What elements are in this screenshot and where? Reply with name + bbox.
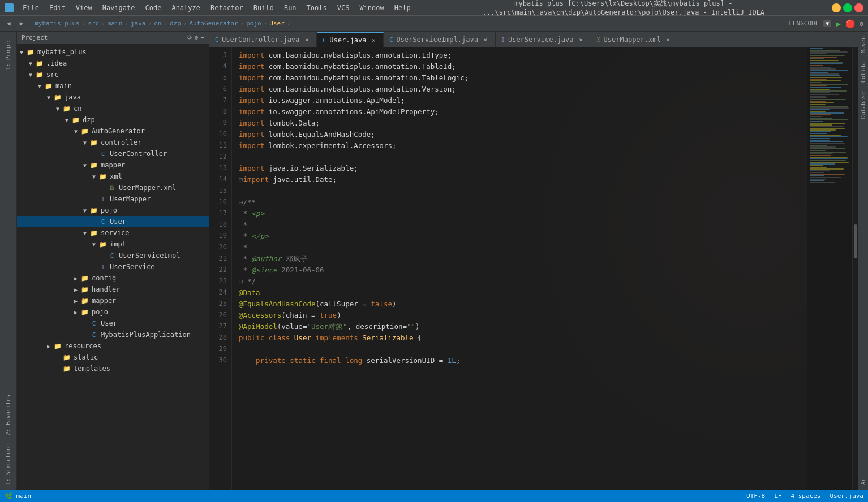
- art-panel[interactable]: Art: [859, 470, 867, 490]
- breadcrumb-main[interactable]: main: [108, 20, 123, 27]
- tree-item[interactable]: ▼ 📁 dzp: [17, 114, 209, 126]
- minimize-panel-icon[interactable]: −: [200, 34, 204, 41]
- tree-item[interactable]: ▼ 📁 .idea: [17, 58, 209, 69]
- sync-icon[interactable]: ⟳: [187, 34, 192, 41]
- menu-vcs[interactable]: VCS: [333, 3, 354, 13]
- tree-item[interactable]: 📁 static: [17, 352, 209, 363]
- profile-dropdown[interactable]: ▼: [823, 20, 831, 27]
- code-line[interactable]: [239, 344, 807, 355]
- menu-window[interactable]: Window: [355, 3, 388, 13]
- tree-item[interactable]: ▼ 📁 src: [17, 69, 209, 80]
- breadcrumb-pojo[interactable]: pojo: [246, 20, 261, 27]
- maximize-button[interactable]: [843, 3, 852, 12]
- menu-file[interactable]: File: [18, 3, 44, 13]
- settings-icon[interactable]: ⚙: [860, 20, 863, 28]
- tab-close-userservice[interactable]: ×: [577, 36, 585, 44]
- tab-usermapper[interactable]: X UserMapper.xml ×: [591, 32, 678, 47]
- tree-item[interactable]: I UserMapper: [17, 193, 209, 205]
- vtab-structure[interactable]: 1: Structure: [4, 440, 12, 490]
- code-line[interactable]: @EqualsAndHashCode(callSuper = false): [239, 298, 807, 310]
- breadcrumb-cn[interactable]: cn: [154, 20, 161, 27]
- code-line[interactable]: [239, 185, 807, 197]
- tree-item[interactable]: ▶ 📁 config: [17, 272, 209, 284]
- tab-usercontroller[interactable]: C UserController.java ×: [209, 32, 317, 47]
- database-panel[interactable]: Database: [859, 87, 867, 123]
- code-line[interactable]: ⊟/**: [239, 197, 807, 208]
- breadcrumb-autogenerator[interactable]: AutoGenerator: [189, 20, 238, 27]
- code-line[interactable]: @Data: [239, 287, 807, 298]
- vtab-project[interactable]: 1: Project: [4, 32, 12, 75]
- menu-build[interactable]: Build: [249, 3, 278, 13]
- maven-panel[interactable]: Maven: [859, 32, 867, 58]
- minimize-button[interactable]: [832, 3, 841, 12]
- tree-item[interactable]: ▶ 📁 mapper: [17, 295, 209, 306]
- menu-edit[interactable]: Edit: [45, 3, 70, 13]
- menu-code[interactable]: Code: [141, 3, 166, 13]
- editor-scrollbar[interactable]: [852, 47, 858, 490]
- code-line[interactable]: import com.baomidou.mybatisplus.annotati…: [239, 84, 807, 95]
- tree-item[interactable]: C User: [17, 318, 209, 329]
- tree-item[interactable]: I UserService: [17, 261, 209, 272]
- tree-item[interactable]: ▶ 📁 handler: [17, 284, 209, 295]
- code-view[interactable]: import com.baomidou.mybatisplus.annotati…: [232, 47, 807, 490]
- tab-close-usermapper[interactable]: ×: [664, 36, 672, 44]
- code-line[interactable]: * @since 2021-06-06: [239, 265, 807, 276]
- code-line[interactable]: import io.swagger.annotations.ApiModelPr…: [239, 106, 807, 118]
- status-line-ending[interactable]: LF: [774, 492, 781, 500]
- tree-item[interactable]: ▼ 📁 impl: [17, 239, 209, 250]
- breadcrumb-src[interactable]: src: [88, 20, 99, 27]
- menu-navigate[interactable]: Navigate: [98, 3, 140, 13]
- code-line[interactable]: *: [239, 219, 807, 231]
- code-line[interactable]: * @author 邓疯子: [239, 253, 807, 265]
- debug-button[interactable]: 🔴: [845, 19, 855, 28]
- breadcrumb-java[interactable]: java: [131, 20, 146, 27]
- menu-view[interactable]: View: [71, 3, 97, 13]
- tree-item[interactable]: ▶ 📁 pojo: [17, 306, 209, 318]
- code-line[interactable]: ⊟ */: [239, 276, 807, 287]
- menu-refactor[interactable]: Refactor: [206, 3, 248, 13]
- tree-item[interactable]: ▼ 📁 xml: [17, 171, 209, 182]
- tree-item[interactable]: C UserServiceImpl: [17, 250, 209, 261]
- menu-run[interactable]: Run: [280, 3, 301, 13]
- tree-item[interactable]: ▼ 📁 pojo: [17, 205, 209, 216]
- colida-panel[interactable]: Colida: [859, 58, 867, 87]
- tree-item[interactable]: ▼ 📁 AutoGenerator: [17, 126, 209, 137]
- code-line[interactable]: @ApiModel(value="User对象", description=""…: [239, 321, 807, 332]
- tree-item[interactable]: ▼ 📁 controller: [17, 137, 209, 148]
- code-line[interactable]: * </p>: [239, 231, 807, 242]
- code-line[interactable]: import lombok.Data;: [239, 118, 807, 129]
- code-line[interactable]: * <p>: [239, 208, 807, 219]
- tree-item[interactable]: ▼ 📁 service: [17, 227, 209, 239]
- code-line[interactable]: @Accessors(chain = true): [239, 310, 807, 321]
- run-button[interactable]: ▶: [836, 19, 840, 28]
- code-line[interactable]: *: [239, 242, 807, 253]
- code-line[interactable]: private static final long serialVersionU…: [239, 355, 807, 366]
- code-line[interactable]: import lombok.EqualsAndHashCode;: [239, 129, 807, 140]
- tree-item[interactable]: 📁 templates: [17, 363, 209, 374]
- menu-tools[interactable]: Tools: [302, 3, 332, 13]
- scrollbar-thumb[interactable]: [854, 224, 857, 258]
- tree-item[interactable]: C MybatisPlusApplication: [17, 329, 209, 340]
- tree-item[interactable]: 🗎 UserMapper.xml: [17, 182, 209, 193]
- breadcrumb-dzp[interactable]: dzp: [170, 20, 181, 27]
- status-indent[interactable]: 4 spaces: [790, 492, 820, 500]
- code-line[interactable]: import io.swagger.annotations.ApiModel;: [239, 95, 807, 106]
- toolbar-forward[interactable]: ▶: [18, 19, 26, 28]
- tab-close-usercontroller[interactable]: ×: [303, 36, 311, 44]
- tree-item[interactable]: C User: [17, 216, 209, 227]
- tree-item[interactable]: ▶ 📁 resources: [17, 340, 209, 352]
- close-button[interactable]: [854, 3, 863, 12]
- code-line[interactable]: ⊟import java.util.Date;: [239, 174, 807, 185]
- code-line[interactable]: [239, 152, 807, 163]
- menu-analyze[interactable]: Analyze: [167, 3, 205, 13]
- tree-item[interactable]: ▼ 📁 java: [17, 92, 209, 103]
- tree-item[interactable]: C UserController: [17, 148, 209, 159]
- code-line[interactable]: public class User implements Serializabl…: [239, 332, 807, 344]
- tab-close-user[interactable]: ×: [369, 36, 377, 44]
- tree-item[interactable]: ▼ 📁 main: [17, 80, 209, 92]
- breadcrumb-project[interactable]: mybatis_plus: [35, 20, 79, 27]
- breadcrumb-user[interactable]: User: [269, 20, 285, 27]
- vtab-favorites[interactable]: 2: Favorites: [4, 390, 12, 440]
- code-line[interactable]: import com.baomidou.mybatisplus.annotati…: [239, 72, 807, 84]
- code-line[interactable]: import com.baomidou.mybatisplus.annotati…: [239, 61, 807, 72]
